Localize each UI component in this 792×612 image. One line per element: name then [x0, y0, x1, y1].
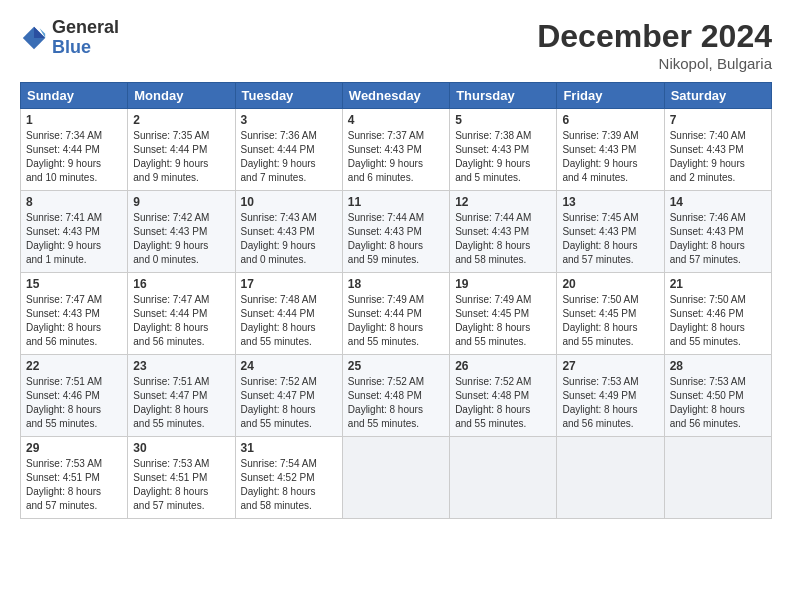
day-number: 24: [241, 359, 337, 373]
week-row-4: 22Sunrise: 7:51 AMSunset: 4:46 PMDayligh…: [21, 355, 772, 437]
logo: General Blue: [20, 18, 119, 58]
day-number: 11: [348, 195, 444, 209]
day-cell-2-4: 19Sunrise: 7:49 AMSunset: 4:45 PMDayligh…: [450, 273, 557, 355]
day-cell-0-2: 3Sunrise: 7:36 AMSunset: 4:44 PMDaylight…: [235, 109, 342, 191]
logo-icon: [20, 24, 48, 52]
day-info: Sunrise: 7:35 AMSunset: 4:44 PMDaylight:…: [133, 129, 229, 185]
day-cell-4-4: [450, 437, 557, 519]
day-cell-2-5: 20Sunrise: 7:50 AMSunset: 4:45 PMDayligh…: [557, 273, 664, 355]
day-number: 22: [26, 359, 122, 373]
day-number: 2: [133, 113, 229, 127]
day-number: 27: [562, 359, 658, 373]
day-cell-1-2: 10Sunrise: 7:43 AMSunset: 4:43 PMDayligh…: [235, 191, 342, 273]
day-info: Sunrise: 7:47 AMSunset: 4:44 PMDaylight:…: [133, 293, 229, 349]
col-tuesday: Tuesday: [235, 83, 342, 109]
day-cell-1-6: 14Sunrise: 7:46 AMSunset: 4:43 PMDayligh…: [664, 191, 771, 273]
day-info: Sunrise: 7:53 AMSunset: 4:50 PMDaylight:…: [670, 375, 766, 431]
day-cell-3-1: 23Sunrise: 7:51 AMSunset: 4:47 PMDayligh…: [128, 355, 235, 437]
day-info: Sunrise: 7:48 AMSunset: 4:44 PMDaylight:…: [241, 293, 337, 349]
day-cell-4-3: [342, 437, 449, 519]
day-info: Sunrise: 7:53 AMSunset: 4:51 PMDaylight:…: [133, 457, 229, 513]
day-number: 18: [348, 277, 444, 291]
day-info: Sunrise: 7:50 AMSunset: 4:46 PMDaylight:…: [670, 293, 766, 349]
day-number: 14: [670, 195, 766, 209]
day-info: Sunrise: 7:52 AMSunset: 4:48 PMDaylight:…: [348, 375, 444, 431]
day-cell-2-2: 17Sunrise: 7:48 AMSunset: 4:44 PMDayligh…: [235, 273, 342, 355]
day-info: Sunrise: 7:52 AMSunset: 4:48 PMDaylight:…: [455, 375, 551, 431]
day-number: 26: [455, 359, 551, 373]
day-info: Sunrise: 7:38 AMSunset: 4:43 PMDaylight:…: [455, 129, 551, 185]
day-info: Sunrise: 7:41 AMSunset: 4:43 PMDaylight:…: [26, 211, 122, 267]
day-info: Sunrise: 7:51 AMSunset: 4:47 PMDaylight:…: [133, 375, 229, 431]
day-cell-0-4: 5Sunrise: 7:38 AMSunset: 4:43 PMDaylight…: [450, 109, 557, 191]
day-cell-4-5: [557, 437, 664, 519]
week-row-2: 8Sunrise: 7:41 AMSunset: 4:43 PMDaylight…: [21, 191, 772, 273]
logo-blue-text: Blue: [52, 38, 119, 58]
day-number: 1: [26, 113, 122, 127]
day-info: Sunrise: 7:40 AMSunset: 4:43 PMDaylight:…: [670, 129, 766, 185]
day-cell-2-3: 18Sunrise: 7:49 AMSunset: 4:44 PMDayligh…: [342, 273, 449, 355]
day-number: 7: [670, 113, 766, 127]
day-cell-4-0: 29Sunrise: 7:53 AMSunset: 4:51 PMDayligh…: [21, 437, 128, 519]
day-cell-3-4: 26Sunrise: 7:52 AMSunset: 4:48 PMDayligh…: [450, 355, 557, 437]
col-monday: Monday: [128, 83, 235, 109]
day-cell-0-5: 6Sunrise: 7:39 AMSunset: 4:43 PMDaylight…: [557, 109, 664, 191]
day-number: 9: [133, 195, 229, 209]
day-number: 19: [455, 277, 551, 291]
day-info: Sunrise: 7:42 AMSunset: 4:43 PMDaylight:…: [133, 211, 229, 267]
col-sunday: Sunday: [21, 83, 128, 109]
day-cell-0-6: 7Sunrise: 7:40 AMSunset: 4:43 PMDaylight…: [664, 109, 771, 191]
day-info: Sunrise: 7:44 AMSunset: 4:43 PMDaylight:…: [348, 211, 444, 267]
day-cell-0-3: 4Sunrise: 7:37 AMSunset: 4:43 PMDaylight…: [342, 109, 449, 191]
day-info: Sunrise: 7:45 AMSunset: 4:43 PMDaylight:…: [562, 211, 658, 267]
day-number: 17: [241, 277, 337, 291]
calendar-table: Sunday Monday Tuesday Wednesday Thursday…: [20, 82, 772, 519]
day-number: 29: [26, 441, 122, 455]
col-wednesday: Wednesday: [342, 83, 449, 109]
day-cell-3-2: 24Sunrise: 7:52 AMSunset: 4:47 PMDayligh…: [235, 355, 342, 437]
day-cell-2-6: 21Sunrise: 7:50 AMSunset: 4:46 PMDayligh…: [664, 273, 771, 355]
day-info: Sunrise: 7:53 AMSunset: 4:51 PMDaylight:…: [26, 457, 122, 513]
title-block: December 2024 Nikopol, Bulgaria: [537, 18, 772, 72]
day-info: Sunrise: 7:54 AMSunset: 4:52 PMDaylight:…: [241, 457, 337, 513]
day-cell-4-2: 31Sunrise: 7:54 AMSunset: 4:52 PMDayligh…: [235, 437, 342, 519]
day-number: 23: [133, 359, 229, 373]
day-info: Sunrise: 7:53 AMSunset: 4:49 PMDaylight:…: [562, 375, 658, 431]
day-cell-4-6: [664, 437, 771, 519]
day-cell-3-6: 28Sunrise: 7:53 AMSunset: 4:50 PMDayligh…: [664, 355, 771, 437]
day-number: 15: [26, 277, 122, 291]
day-cell-1-3: 11Sunrise: 7:44 AMSunset: 4:43 PMDayligh…: [342, 191, 449, 273]
day-number: 31: [241, 441, 337, 455]
col-friday: Friday: [557, 83, 664, 109]
day-info: Sunrise: 7:52 AMSunset: 4:47 PMDaylight:…: [241, 375, 337, 431]
day-info: Sunrise: 7:47 AMSunset: 4:43 PMDaylight:…: [26, 293, 122, 349]
day-cell-1-0: 8Sunrise: 7:41 AMSunset: 4:43 PMDaylight…: [21, 191, 128, 273]
day-info: Sunrise: 7:51 AMSunset: 4:46 PMDaylight:…: [26, 375, 122, 431]
day-number: 6: [562, 113, 658, 127]
day-info: Sunrise: 7:46 AMSunset: 4:43 PMDaylight:…: [670, 211, 766, 267]
day-number: 16: [133, 277, 229, 291]
day-info: Sunrise: 7:43 AMSunset: 4:43 PMDaylight:…: [241, 211, 337, 267]
logo-general-text: General: [52, 18, 119, 38]
day-cell-3-5: 27Sunrise: 7:53 AMSunset: 4:49 PMDayligh…: [557, 355, 664, 437]
day-number: 5: [455, 113, 551, 127]
day-cell-1-1: 9Sunrise: 7:42 AMSunset: 4:43 PMDaylight…: [128, 191, 235, 273]
calendar-header-row: Sunday Monday Tuesday Wednesday Thursday…: [21, 83, 772, 109]
day-info: Sunrise: 7:50 AMSunset: 4:45 PMDaylight:…: [562, 293, 658, 349]
day-cell-2-0: 15Sunrise: 7:47 AMSunset: 4:43 PMDayligh…: [21, 273, 128, 355]
day-number: 28: [670, 359, 766, 373]
day-number: 20: [562, 277, 658, 291]
day-number: 13: [562, 195, 658, 209]
day-cell-3-3: 25Sunrise: 7:52 AMSunset: 4:48 PMDayligh…: [342, 355, 449, 437]
day-number: 30: [133, 441, 229, 455]
col-saturday: Saturday: [664, 83, 771, 109]
day-cell-1-4: 12Sunrise: 7:44 AMSunset: 4:43 PMDayligh…: [450, 191, 557, 273]
page-subtitle: Nikopol, Bulgaria: [537, 55, 772, 72]
day-cell-0-0: 1Sunrise: 7:34 AMSunset: 4:44 PMDaylight…: [21, 109, 128, 191]
day-number: 10: [241, 195, 337, 209]
day-info: Sunrise: 7:44 AMSunset: 4:43 PMDaylight:…: [455, 211, 551, 267]
day-info: Sunrise: 7:49 AMSunset: 4:44 PMDaylight:…: [348, 293, 444, 349]
week-row-5: 29Sunrise: 7:53 AMSunset: 4:51 PMDayligh…: [21, 437, 772, 519]
day-number: 3: [241, 113, 337, 127]
day-cell-2-1: 16Sunrise: 7:47 AMSunset: 4:44 PMDayligh…: [128, 273, 235, 355]
